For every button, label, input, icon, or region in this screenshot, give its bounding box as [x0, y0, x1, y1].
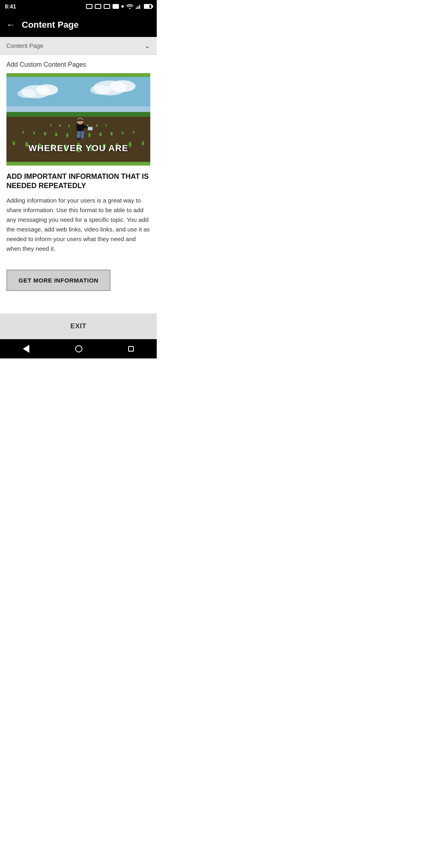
svg-point-37	[68, 125, 70, 127]
content-body: Adding information for your users is a g…	[6, 196, 150, 254]
svg-rect-2	[139, 5, 140, 9]
svg-rect-43	[77, 131, 80, 139]
svg-point-29	[33, 131, 35, 134]
svg-point-42	[105, 124, 107, 127]
svg-point-9	[110, 80, 135, 92]
svg-point-26	[66, 133, 69, 137]
main-content: Add Custom Content Pages	[0, 55, 157, 313]
wifi-icon	[126, 4, 133, 9]
system-recent-button[interactable]	[128, 346, 134, 352]
dropdown-label: Content Page	[6, 42, 43, 49]
notification-dot	[121, 5, 124, 8]
get-more-info-button[interactable]: GET MORE INFORMATION	[6, 270, 111, 291]
back-button[interactable]: ←	[6, 20, 15, 30]
svg-point-41	[96, 124, 98, 127]
sim-icon-2	[95, 4, 101, 9]
content-heading: ADD IMPORTANT INFORMATION THAT IS NEEDED…	[6, 172, 150, 191]
exit-button[interactable]: EXIT	[70, 322, 86, 330]
svg-point-7	[18, 89, 36, 98]
svg-rect-49	[88, 127, 92, 130]
svg-point-45	[76, 138, 81, 140]
system-home-button[interactable]	[75, 345, 82, 352]
sim-icon-3	[104, 4, 110, 9]
status-bar: 8:41	[0, 0, 157, 13]
svg-rect-1	[137, 6, 139, 9]
status-icons	[86, 4, 152, 9]
status-time: 8:41	[5, 3, 16, 10]
svg-point-31	[88, 133, 91, 137]
sim-icon-4	[113, 4, 119, 9]
svg-point-32	[99, 133, 102, 136]
dropdown-bar[interactable]: Content Page ⌄	[0, 37, 157, 55]
bottom-bar: EXIT	[0, 313, 157, 339]
hero-text-overlay: WHEREVER YOU ARE	[6, 143, 150, 154]
svg-rect-11	[6, 112, 150, 118]
nav-title: Content Page	[22, 20, 79, 30]
svg-point-6	[36, 84, 58, 96]
svg-point-39	[50, 124, 51, 127]
svg-point-38	[59, 124, 61, 127]
nav-bar: ← Content Page	[0, 13, 157, 37]
system-back-button[interactable]	[23, 345, 29, 353]
svg-point-33	[111, 132, 113, 135]
svg-point-35	[133, 131, 135, 133]
sim-icon-1	[86, 4, 92, 9]
svg-point-28	[44, 132, 47, 135]
svg-point-27	[55, 133, 57, 136]
svg-point-34	[122, 131, 123, 134]
svg-rect-51	[76, 120, 84, 121]
hero-image: WHEREVER YOU ARE	[6, 73, 150, 166]
svg-point-10	[90, 85, 111, 95]
cell-signal-icon	[136, 4, 141, 9]
system-nav	[0, 339, 157, 358]
svg-rect-44	[81, 131, 84, 139]
battery-icon	[144, 4, 152, 9]
svg-rect-0	[136, 8, 137, 9]
chevron-down-icon: ⌄	[144, 41, 150, 50]
add-pages-label: Add Custom Content Pages	[6, 61, 150, 68]
svg-point-30	[22, 131, 24, 133]
